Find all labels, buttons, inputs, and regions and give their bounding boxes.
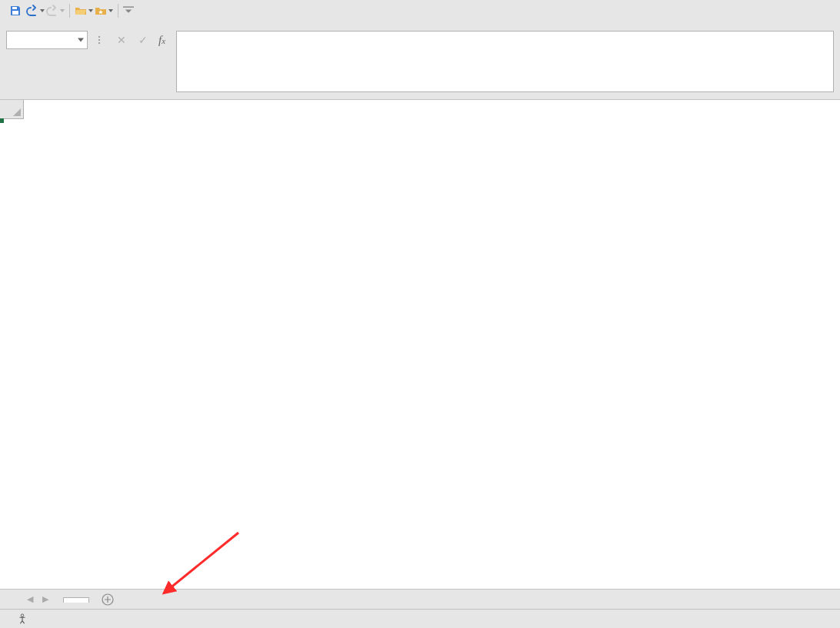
customize-qat-icon[interactable] [123,2,134,19]
accept-formula-icon: ✓ [132,31,154,49]
favorite-folder-icon[interactable] [95,2,113,19]
chevron-down-icon [78,38,84,42]
svg-rect-1 [12,11,18,15]
redo-icon[interactable] [46,2,65,19]
name-box[interactable] [6,31,88,49]
sheet-tab-active[interactable] [63,597,89,603]
formula-controls: ✕ ✓ fx [111,31,170,49]
formula-bar[interactable] [176,31,834,92]
save-icon[interactable] [6,2,25,19]
new-sheet-button[interactable] [98,590,117,609]
cancel-formula-icon: ✕ [111,31,132,49]
formula-bar-row: ✕ ✓ fx [0,22,840,100]
status-accessibility[interactable] [17,613,31,624]
sheet-tab-bar: ◀ ▶ [0,589,840,609]
sheet-table [0,100,24,119]
status-bar [0,609,840,628]
tab-nav-next-icon[interactable]: ▶ [38,592,52,607]
open-folder-icon[interactable] [75,2,93,19]
select-all-corner[interactable] [0,100,23,118]
svg-rect-0 [12,7,17,9]
quick-access-toolbar [0,0,840,22]
selection-outline [0,119,3,122]
spreadsheet-grid[interactable] [0,100,840,589]
formula-bar-menu-icon[interactable] [94,31,105,49]
svg-rect-2 [123,6,134,7]
tab-nav-prev-icon[interactable]: ◀ [23,592,37,607]
fx-icon[interactable]: fx [154,34,170,47]
accessibility-icon [17,613,28,624]
undo-icon[interactable] [26,2,45,19]
svg-point-4 [21,614,24,617]
